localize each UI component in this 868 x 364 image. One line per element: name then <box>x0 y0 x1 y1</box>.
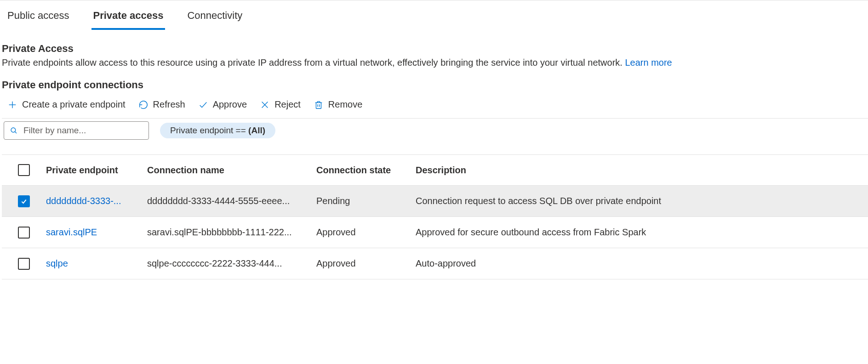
connections-heading: Private endpoint connections <box>2 79 868 99</box>
table-row[interactable]: dddddddd-3333-... dddddddd-3333-4444-555… <box>2 186 868 217</box>
private-endpoint-link[interactable]: sqlpe <box>46 258 68 268</box>
col-header-connection-state[interactable]: Connection state <box>316 165 416 176</box>
tab-connectivity[interactable]: Connectivity <box>185 10 244 30</box>
connections-table: Private endpoint Connection name Connect… <box>2 154 868 279</box>
refresh-button[interactable]: Refresh <box>138 99 185 110</box>
connection-name-cell: saravi.sqlPE-bbbbbbbb-1111-222... <box>147 227 316 238</box>
private-access-heading: Private Access <box>2 30 868 57</box>
refresh-label: Refresh <box>153 99 185 110</box>
table-row[interactable]: saravi.sqlPE saravi.sqlPE-bbbbbbbb-1111-… <box>2 217 868 248</box>
table-row[interactable]: sqlpe sqlpe-cccccccc-2222-3333-444... Ap… <box>2 248 868 279</box>
filter-input-container[interactable] <box>4 121 149 140</box>
connection-name-cell: dddddddd-3333-4444-5555-eeee... <box>147 196 316 206</box>
connection-state-cell: Approved <box>316 258 416 269</box>
connection-state-cell: Approved <box>316 227 416 238</box>
reject-label: Reject <box>274 99 301 110</box>
check-icon <box>198 100 208 110</box>
approve-button[interactable]: Approve <box>198 99 247 110</box>
row-checkbox[interactable] <box>18 227 30 239</box>
description-cell: Connection request to access SQL DB over… <box>416 196 868 206</box>
filter-pill[interactable]: Private endpoint == (All) <box>160 123 275 138</box>
private-endpoint-link[interactable]: dddddddd-3333-... <box>46 196 121 206</box>
create-private-endpoint-button[interactable]: Create a private endpoint <box>7 99 126 110</box>
col-header-private-endpoint[interactable]: Private endpoint <box>46 165 147 176</box>
description-cell: Auto-approved <box>416 258 868 269</box>
trash-icon <box>314 100 324 110</box>
reject-button[interactable]: Reject <box>260 99 301 110</box>
x-icon <box>260 100 270 110</box>
remove-button[interactable]: Remove <box>314 99 362 110</box>
table-header-row: Private endpoint Connection name Connect… <box>2 154 868 186</box>
row-checkbox[interactable] <box>18 258 30 270</box>
filter-pill-prefix: Private endpoint == <box>170 125 248 135</box>
private-access-description: Private endpoints allow access to this r… <box>2 57 625 68</box>
connection-state-cell: Pending <box>316 196 416 206</box>
filter-input[interactable] <box>23 125 143 136</box>
plus-icon <box>7 100 17 110</box>
search-icon <box>10 126 18 135</box>
col-header-description[interactable]: Description <box>416 165 868 176</box>
checkmark-icon <box>20 198 28 205</box>
create-label: Create a private endpoint <box>22 99 126 110</box>
filter-pill-value: (All) <box>248 125 265 135</box>
approve-label: Approve <box>213 99 247 110</box>
connection-name-cell: sqlpe-cccccccc-2222-3333-444... <box>147 258 316 269</box>
row-checkbox[interactable] <box>18 195 30 207</box>
col-header-connection-name[interactable]: Connection name <box>147 165 316 176</box>
private-endpoint-link[interactable]: saravi.sqlPE <box>46 227 97 237</box>
remove-label: Remove <box>328 99 362 110</box>
tab-public-access[interactable]: Public access <box>6 10 71 30</box>
svg-point-8 <box>11 128 16 132</box>
svg-line-9 <box>15 131 17 133</box>
toolbar: Create a private endpoint Refresh Approv… <box>2 99 868 118</box>
tabs-bar: Public access Private access Connectivit… <box>0 0 868 30</box>
select-all-checkbox[interactable] <box>18 164 30 176</box>
tab-private-access[interactable]: Private access <box>91 10 166 30</box>
svg-rect-4 <box>316 102 321 108</box>
description-cell: Approved for secure outbound access from… <box>416 227 868 238</box>
learn-more-link[interactable]: Learn more <box>625 57 672 68</box>
refresh-icon <box>138 100 148 110</box>
